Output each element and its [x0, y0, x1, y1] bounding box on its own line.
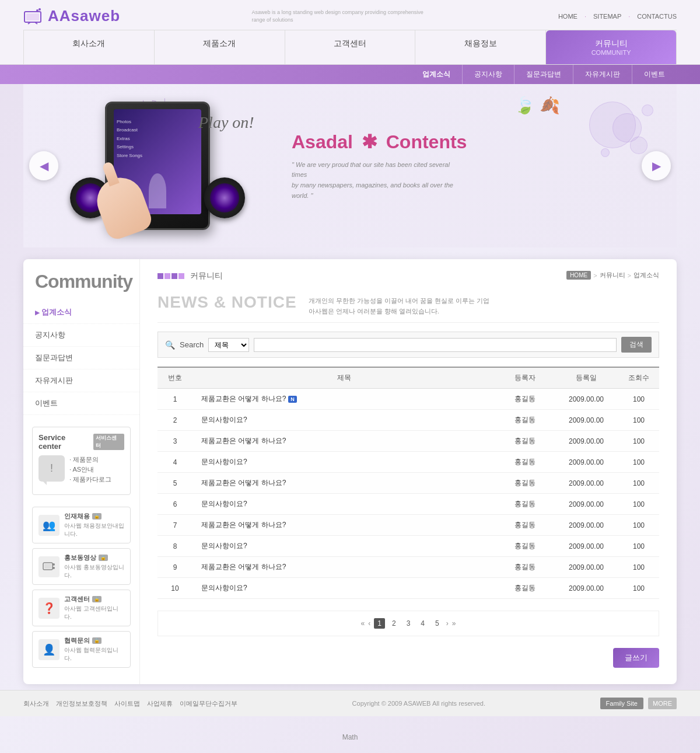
service-link-product[interactable]: 제품문의	[69, 455, 111, 464]
page-last-btn[interactable]: »	[452, 619, 456, 628]
page-num-4[interactable]: 4	[417, 618, 428, 629]
cell-views: 100	[618, 473, 659, 494]
search-input[interactable]	[254, 338, 617, 352]
nav-item-product[interactable]: 제품소개	[155, 30, 285, 64]
footer-link-privacy[interactable]: 개인정보보호정책	[56, 699, 107, 708]
cell-author: 홍길동	[496, 473, 554, 494]
service-link-as[interactable]: AS안내	[69, 465, 111, 474]
sidebar: Community 업계소식 공지사항 질문과답변 자유게시판 이벤트 Serv…	[23, 259, 140, 684]
nav-sitemap-link[interactable]: SITEMAP	[593, 13, 621, 20]
sub-nav-item-event[interactable]: 이벤트	[632, 65, 677, 84]
nav-item-customer[interactable]: 고객센터	[285, 30, 416, 64]
write-button[interactable]: 글쓰기	[613, 648, 659, 668]
nav-contact-link[interactable]: CONTACTUS	[637, 13, 677, 20]
sidebar-item-notice[interactable]: 공지사항	[23, 324, 139, 347]
cell-num: 7	[158, 515, 192, 536]
main-content: Community 업계소식 공지사항 질문과답변 자유게시판 이벤트 Serv…	[23, 259, 677, 684]
footer-link-partner[interactable]: 사업제휴	[147, 699, 173, 708]
service-link-catalog[interactable]: 제품카다로그	[69, 475, 111, 484]
sidebar-card-support[interactable]: ❓ 고객센터 🔒 아사웹 고객센터입니다.	[32, 590, 131, 626]
svg-rect-7	[44, 564, 51, 569]
page-num-3[interactable]: 3	[403, 618, 414, 629]
search-icon: 🔍	[165, 340, 175, 350]
page-next-btn[interactable]: ›	[446, 619, 449, 628]
arrow-right-icon: ▶	[652, 159, 661, 173]
logo-text: AAsaweb	[48, 7, 120, 25]
write-btn-wrap: 글쓰기	[158, 648, 659, 668]
cell-num: 1	[158, 389, 192, 410]
nav-home-link[interactable]: HOME	[558, 13, 578, 20]
page-num-2[interactable]: 2	[388, 618, 400, 629]
nav-item-recruit[interactable]: 채용정보	[415, 30, 546, 64]
footer: 회사소개 개인정보보호정책 사이트맵 사업제휴 이메일무단수집거부 Copyri…	[0, 690, 700, 716]
sub-nav-item-industry[interactable]: 업계소식	[411, 65, 463, 84]
cell-date: 2009.00.00	[554, 515, 618, 536]
page-num-1[interactable]: 1	[374, 618, 385, 629]
tv-icon	[23, 8, 42, 25]
table-row: 9제품교환은 어떻게 하나요?홍길동2009.00.00100	[158, 557, 659, 578]
sidebar-item-board[interactable]: 자유게시판	[23, 369, 139, 392]
cell-author: 홍길동	[496, 494, 554, 515]
sidebar-item-qa[interactable]: 질문과답변	[23, 347, 139, 369]
nav-item-community[interactable]: 커뮤니티 COMMUNITY	[546, 30, 677, 64]
speech-bubble-icon: !	[38, 455, 65, 482]
cell-title[interactable]: 제품교환은 어떻게 하나요?	[192, 473, 496, 494]
banner-next-button[interactable]: ▶	[642, 151, 671, 180]
breadcrumb-home[interactable]: HOME	[566, 271, 591, 280]
cell-views: 100	[618, 431, 659, 452]
page-prev-btn[interactable]: ‹	[368, 619, 370, 628]
sidebar-card-video[interactable]: 홍보동영상 🔒 아사웹 홍보동영상입니다.	[32, 548, 131, 585]
sidebar-card-recruit[interactable]: 👥 인재채용 🔒 아사웹 채용정보안내입니다.	[32, 507, 131, 543]
footer-link-company[interactable]: 회사소개	[23, 699, 49, 708]
cell-date: 2009.00.00	[554, 494, 618, 515]
cell-title[interactable]: 제품교환은 어떻게 하나요?	[192, 557, 496, 578]
sidebar-title: Community	[23, 271, 139, 301]
cell-title[interactable]: 제품교환은 어떻게 하나요?	[192, 515, 496, 536]
table-header-row: 번호 제목 등록자 등록일 조회수	[158, 367, 659, 389]
sub-nav-item-notice[interactable]: 공지사항	[463, 65, 514, 84]
sidebar-item-event[interactable]: 이벤트	[23, 392, 139, 415]
cell-date: 2009.00.00	[554, 557, 618, 578]
table-row: 3제품교환은 어떻게 하나요?홍길동2009.00.00100	[158, 431, 659, 452]
family-site-button[interactable]: Family Site	[600, 698, 643, 709]
cell-num: 8	[158, 536, 192, 557]
cell-views: 100	[618, 515, 659, 536]
cell-title[interactable]: 문의사항이요?	[192, 494, 496, 515]
sidebar-item-industry[interactable]: 업계소식	[23, 301, 139, 324]
data-table: 번호 제목 등록자 등록일 조회수 1제품교환은 어떻게 하나요?N홍길동200…	[158, 367, 659, 599]
cell-date: 2009.00.00	[554, 536, 618, 557]
search-button[interactable]: 검색	[621, 337, 652, 353]
page-num-5[interactable]: 5	[432, 618, 443, 629]
video-icon	[38, 556, 60, 577]
cell-title[interactable]: 문의사항이요?	[192, 536, 496, 557]
svg-rect-1	[26, 13, 39, 20]
svg-point-5	[38, 8, 41, 11]
search-select[interactable]: 제목 내용 작성자	[208, 338, 249, 352]
sub-nav-item-board[interactable]: 자유게시판	[573, 65, 632, 84]
sub-nav: 업계소식 공지사항 질문과답변 자유게시판 이벤트	[0, 65, 700, 84]
cell-title[interactable]: 문의사항이요?	[192, 452, 496, 473]
footer-link-email[interactable]: 이메일무단수집거부	[180, 699, 237, 708]
main-nav: 회사소개 제품소개 고객센터 채용정보 커뮤니티 COMMUNITY	[23, 30, 677, 64]
sidebar-menu: 업계소식 공지사항 질문과답변 자유게시판 이벤트	[23, 301, 139, 415]
cell-title[interactable]: 문의사항이요?	[192, 578, 496, 599]
cell-title[interactable]: 제품교환은 어떻게 하나요?N	[192, 389, 496, 410]
new-badge: N	[288, 396, 297, 403]
search-label: Search	[180, 340, 204, 349]
logo: AAsaweb	[23, 7, 120, 25]
more-button[interactable]: MORE	[648, 698, 677, 709]
cell-title[interactable]: 제품교환은 어떻게 하나요?	[192, 431, 496, 452]
cell-views: 100	[618, 494, 659, 515]
service-center-title: Service center 서비스센터	[38, 433, 124, 451]
cell-date: 2009.00.00	[554, 431, 618, 452]
nav-item-company[interactable]: 회사소개	[23, 30, 155, 64]
breadcrumb: HOME > 커뮤니티 > 업계소식	[566, 271, 659, 280]
banner-content: PhotosBroadcastExtrasSettingsStore Songs	[23, 96, 677, 236]
table-row: 10문의사항이요?홍길동2009.00.00100	[158, 578, 659, 599]
page-first-btn[interactable]: «	[361, 619, 365, 628]
footer-link-sitemap[interactable]: 사이트맵	[114, 699, 140, 708]
cell-title[interactable]: 문의사항이요?	[192, 410, 496, 431]
sub-nav-item-qa[interactable]: 질문과답변	[514, 65, 573, 84]
sidebar-card-partner[interactable]: 👤 협력문의 🔒 아사웹 협력문의입니다.	[32, 631, 131, 668]
banner-prev-button[interactable]: ◀	[29, 151, 58, 180]
